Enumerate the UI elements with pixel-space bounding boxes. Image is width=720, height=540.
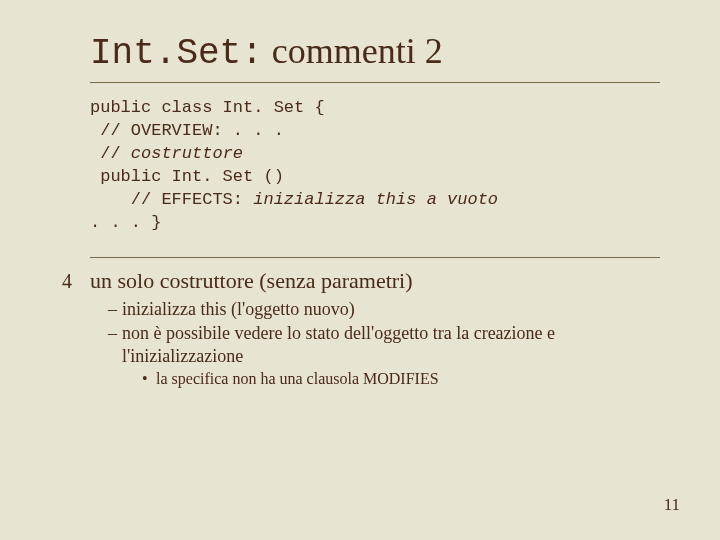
code-line-4: public Int. Set () <box>90 167 284 186</box>
code-line-6: . . . } <box>90 213 161 232</box>
bullet-1a: inizializza this (l'oggetto nuovo) <box>108 298 660 321</box>
slide: Int.Set: commenti 2 public class Int. Se… <box>0 0 720 540</box>
bullet-1b-text: non è possibile vedere lo stato dell'ogg… <box>122 323 555 366</box>
code-line-5-pre: // EFFECTS: <box>90 190 253 209</box>
code-line-5-italic: inizializza this a vuoto <box>253 190 498 209</box>
body-divider <box>90 257 660 258</box>
code-line-3-pre: // <box>90 144 131 163</box>
bullet-1b1: la specifica non ha una clausola MODIFIE… <box>142 369 660 389</box>
bullet-1: un solo costruttore (senza parametri) in… <box>90 268 660 390</box>
bullet-1-text: un solo costruttore (senza parametri) <box>90 268 413 293</box>
code-line-3-italic: costruttore <box>131 144 243 163</box>
bullet-1b: non è possibile vedere lo stato dell'ogg… <box>108 322 660 389</box>
title-code-part: Int.Set: <box>90 33 263 74</box>
code-line-1: public class Int. Set { <box>90 98 325 117</box>
bullet-1b1-text: la specifica non ha una clausola MODIFIE… <box>156 370 439 387</box>
sub-list-1: inizializza this (l'oggetto nuovo) non è… <box>90 298 660 390</box>
subsub-list-1b: la specifica non ha una clausola MODIFIE… <box>122 369 660 389</box>
title-divider <box>90 82 660 83</box>
bullet-1a-text: inizializza this (l'oggetto nuovo) <box>122 299 355 319</box>
slide-title: Int.Set: commenti 2 <box>90 30 660 74</box>
title-text-part: commenti 2 <box>263 31 443 71</box>
code-line-2: // OVERVIEW: . . . <box>90 121 284 140</box>
code-block: public class Int. Set { // OVERVIEW: . .… <box>90 97 660 235</box>
bullet-list: un solo costruttore (senza parametri) in… <box>90 268 660 390</box>
page-number: 11 <box>664 495 680 515</box>
